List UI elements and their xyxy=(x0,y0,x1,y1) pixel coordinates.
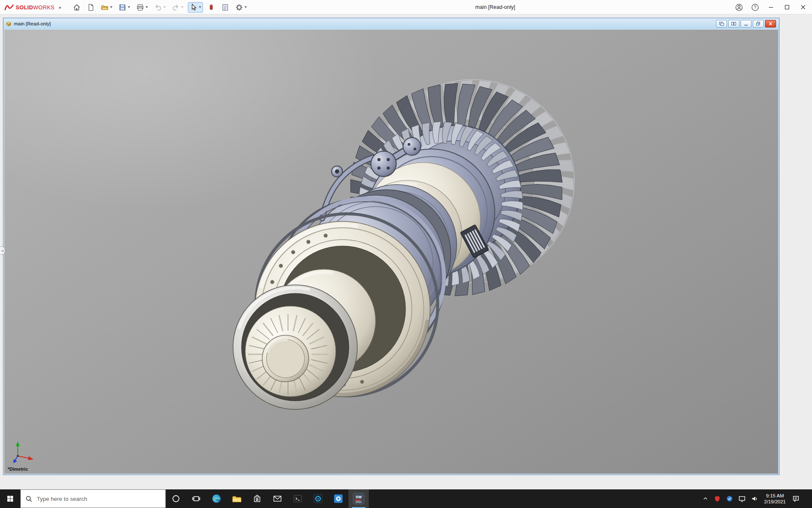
quick-toolbar xyxy=(71,0,249,14)
doc-minimize-icon xyxy=(743,21,749,26)
document-title: main [Read-only] xyxy=(14,21,51,26)
system-tray: 9:15 AM 2/19/2021 xyxy=(698,489,812,508)
tile-windows-icon xyxy=(731,21,737,26)
task-view-button[interactable] xyxy=(186,489,206,508)
jet-engine-model xyxy=(4,30,778,474)
open-button[interactable] xyxy=(99,2,114,13)
doc-cascade-button[interactable] xyxy=(716,20,727,28)
windows-logo-icon xyxy=(6,495,14,502)
clock-time: 9:15 AM xyxy=(764,493,786,499)
tray-expand-chevron-icon[interactable] xyxy=(702,496,708,502)
new-document-button[interactable] xyxy=(85,2,96,13)
account-button[interactable] xyxy=(731,0,747,14)
document-titlebar[interactable]: main [Read-only] xyxy=(3,18,779,29)
minimize-button[interactable] xyxy=(763,0,779,14)
account-icon xyxy=(735,3,743,11)
options-dropdown-caret[interactable] xyxy=(244,6,247,8)
red-capsule-icon xyxy=(207,3,215,11)
view-orientation-label: *Dimetric xyxy=(8,467,28,472)
part-document-icon xyxy=(5,21,12,27)
orientation-triad[interactable] xyxy=(11,437,38,464)
redo-dropdown-caret[interactable] xyxy=(181,6,184,8)
help-icon: ? xyxy=(751,3,759,11)
app-titlebar: SOLIDWORKS ▸ xyxy=(0,0,812,14)
terminal-button[interactable] xyxy=(288,489,308,508)
close-button[interactable] xyxy=(795,0,811,14)
search-icon xyxy=(25,495,32,502)
media-app-button[interactable] xyxy=(308,489,328,508)
mail-icon xyxy=(273,494,282,503)
solidworks-logo: SOLIDWORKS ▸ xyxy=(4,0,61,14)
home-button[interactable] xyxy=(71,2,82,13)
undo-dropdown-caret[interactable] xyxy=(163,6,166,8)
undo-button[interactable] xyxy=(152,2,167,13)
close-icon xyxy=(799,3,807,11)
action-center-icon[interactable] xyxy=(792,495,800,502)
store-button[interactable] xyxy=(247,489,267,508)
security-shield-icon[interactable] xyxy=(714,495,721,502)
solidworks-app-button[interactable]: SW 2021 xyxy=(348,489,369,508)
print-button[interactable] xyxy=(134,2,150,13)
save-dropdown-caret[interactable] xyxy=(128,6,130,8)
undo-icon xyxy=(154,3,162,11)
solidworks-wordmark: SOLIDWORKS xyxy=(16,4,55,11)
flyout-dot-icon xyxy=(2,250,4,252)
document-window-controls xyxy=(716,20,777,28)
toolbar-expand-chevron[interactable]: ▸ xyxy=(59,5,62,10)
task-view-icon xyxy=(192,494,200,503)
redo-button[interactable] xyxy=(170,2,185,13)
svg-text:SW: SW xyxy=(356,495,362,499)
taskbar-search[interactable] xyxy=(20,489,166,508)
minimize-icon xyxy=(767,3,775,11)
restore-icon xyxy=(783,3,791,11)
clock[interactable]: 9:15 AM 2/19/2021 xyxy=(763,493,787,505)
save-button[interactable] xyxy=(117,2,132,13)
select-cursor-icon xyxy=(189,3,198,11)
edge-icon xyxy=(211,494,222,504)
terminal-icon xyxy=(293,494,302,503)
speaker-icon[interactable] xyxy=(751,495,758,502)
help-button[interactable]: ? xyxy=(747,0,763,14)
clock-date: 2/19/2021 xyxy=(764,499,786,505)
start-button[interactable] xyxy=(0,489,20,508)
save-icon xyxy=(118,3,126,11)
document-lines-icon xyxy=(221,3,229,11)
open-dropdown-caret[interactable] xyxy=(110,6,112,8)
window-title: main [Read-only] xyxy=(448,0,542,14)
options-button[interactable] xyxy=(233,2,249,13)
file-explorer-button[interactable] xyxy=(227,489,247,508)
red-indicator-button[interactable] xyxy=(206,2,217,13)
file-properties-button[interactable] xyxy=(219,2,231,13)
document-window: main [Read-only] xyxy=(3,18,779,475)
new-document-icon xyxy=(87,3,95,11)
taskbar-search-input[interactable] xyxy=(36,495,161,502)
select-tool-button[interactable] xyxy=(188,2,203,13)
print-icon xyxy=(136,3,144,11)
doc-restore-icon xyxy=(755,21,761,26)
gear-icon xyxy=(235,3,243,11)
solidworks-logo-mark xyxy=(4,3,14,11)
doc-minimize-button[interactable] xyxy=(741,20,752,28)
maximize-button[interactable] xyxy=(779,0,795,14)
display-icon[interactable] xyxy=(738,495,746,502)
cortana-button[interactable] xyxy=(166,489,186,508)
doc-restore-button[interactable] xyxy=(753,20,764,28)
print-dropdown-caret[interactable] xyxy=(145,6,148,8)
photos-button[interactable] xyxy=(328,489,348,508)
mail-button[interactable] xyxy=(267,489,288,508)
doc-close-button[interactable] xyxy=(765,20,776,28)
doc-tile-button[interactable] xyxy=(728,20,739,28)
window-controls: ? xyxy=(731,0,811,14)
open-folder-icon xyxy=(101,3,109,11)
cascade-windows-icon xyxy=(719,21,724,26)
graphics-viewport[interactable]: *Dimetric xyxy=(4,30,778,474)
home-icon xyxy=(73,3,81,11)
doc-close-icon xyxy=(768,21,774,26)
cortana-icon xyxy=(172,494,180,503)
edge-button[interactable] xyxy=(206,489,227,508)
windows-taskbar: SW 2021 9:15 AM 2/19/2021 xyxy=(0,489,812,508)
store-icon xyxy=(252,494,262,503)
photos-icon xyxy=(333,494,343,504)
sync-status-icon[interactable] xyxy=(726,495,733,502)
select-dropdown-caret[interactable] xyxy=(199,6,201,8)
